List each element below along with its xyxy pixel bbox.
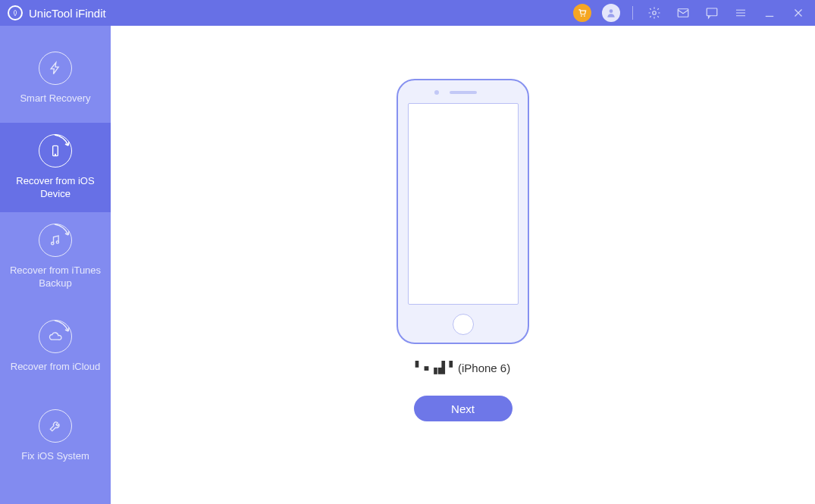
svg-point-2 <box>610 9 613 13</box>
app-logo-icon <box>8 5 23 20</box>
sidebar-item-label: Recover from iCloud <box>11 361 101 374</box>
music-refresh-icon <box>39 224 72 257</box>
phone-screen <box>408 103 519 305</box>
sidebar-item-label: Fix iOS System <box>21 450 89 463</box>
app-title: UnicTool iFindit <box>29 7 106 20</box>
device-label: ▘▪▗▟▝ (iPhone 6) <box>415 361 510 374</box>
sidebar-item-label: Recover from iOS Device <box>6 175 105 201</box>
svg-point-0 <box>581 15 582 17</box>
sidebar-item-recover-itunes[interactable]: Recover from iTunes Backup <box>0 212 111 302</box>
wrench-icon <box>39 409 72 443</box>
phone-speaker <box>450 91 477 94</box>
svg-point-3 <box>653 11 657 15</box>
sidebar-item-label: Recover from iTunes Backup <box>6 265 105 290</box>
lightning-icon <box>39 52 72 85</box>
phone-illustration <box>397 79 529 344</box>
phone-home-button <box>453 314 474 335</box>
feedback-icon[interactable] <box>703 4 721 22</box>
svg-rect-4 <box>678 9 688 17</box>
phone-refresh-icon <box>39 134 72 167</box>
device-model: (iPhone 6) <box>458 362 510 374</box>
titlebar: UnicTool iFindit <box>0 0 815 26</box>
next-button[interactable]: Next <box>414 396 513 421</box>
sidebar-item-recover-icloud[interactable]: Recover from iCloud <box>0 302 111 391</box>
mail-icon[interactable] <box>674 4 692 22</box>
user-icon[interactable] <box>602 4 620 22</box>
phone-camera-dot <box>434 90 439 95</box>
menu-icon[interactable] <box>732 4 750 22</box>
cart-icon[interactable] <box>573 4 591 22</box>
minimize-icon[interactable] <box>760 4 779 22</box>
sidebar-item-label: Smart Recovery <box>20 92 90 105</box>
device-name-obscured: ▘▪▗▟▝ <box>415 361 453 374</box>
separator <box>632 6 633 20</box>
sidebar-item-smart-recovery[interactable]: Smart Recovery <box>0 33 111 123</box>
main-content: ▘▪▗▟▝ (iPhone 6) Next <box>111 26 815 504</box>
sidebar: Smart Recovery Recover from iOS Device R… <box>0 26 111 504</box>
sidebar-item-recover-ios-device[interactable]: Recover from iOS Device <box>0 123 111 212</box>
svg-rect-5 <box>707 8 717 16</box>
gear-icon[interactable] <box>645 4 663 22</box>
titlebar-controls <box>573 4 807 22</box>
sidebar-item-fix-ios[interactable]: Fix iOS System <box>0 391 111 481</box>
close-icon[interactable] <box>789 4 807 22</box>
cloud-refresh-icon <box>39 320 72 353</box>
svg-point-1 <box>584 15 585 17</box>
